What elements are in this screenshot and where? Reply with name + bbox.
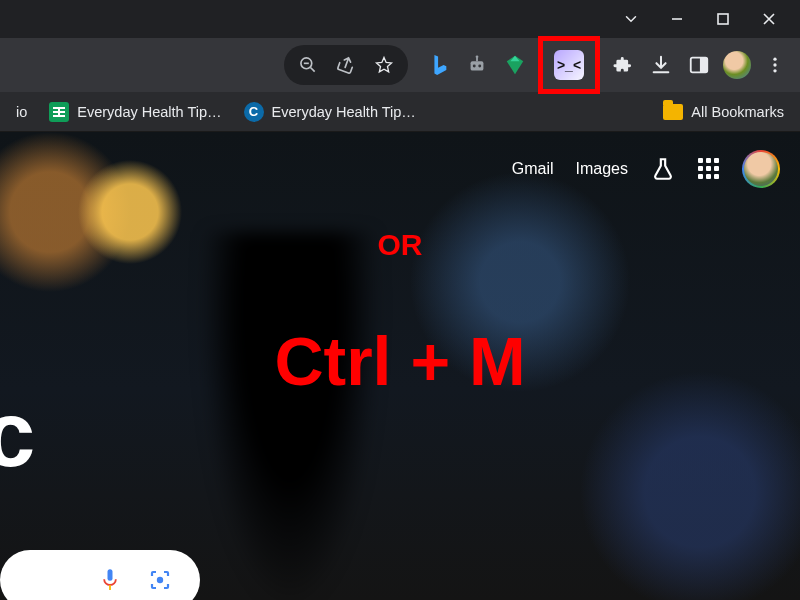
extensions-puzzle-icon[interactable] (606, 48, 640, 82)
folder-icon (663, 104, 683, 120)
search-box-partial[interactable] (0, 550, 200, 600)
svg-rect-5 (471, 61, 484, 70)
kebab-menu-button[interactable] (758, 48, 792, 82)
kebab-icon (765, 55, 785, 75)
bookmark-label: Everyday Health Tip… (77, 104, 221, 120)
c-circle-icon: C (244, 102, 264, 122)
svg-point-13 (773, 63, 776, 66)
svg-point-12 (773, 58, 776, 61)
minimize-button[interactable] (654, 0, 700, 38)
lens-icon[interactable] (148, 568, 172, 592)
svg-rect-11 (700, 58, 707, 73)
bookmark-item-health-2[interactable]: C Everyday Health Tip… (238, 98, 422, 126)
images-link[interactable]: Images (576, 160, 628, 178)
background-silhouette (200, 232, 380, 600)
bookmarks-bar: io Everyday Health Tip… C Everyday Healt… (0, 92, 800, 132)
mic-icon[interactable] (100, 567, 120, 593)
chevron-down-icon (622, 10, 640, 28)
window-titlebar (0, 0, 800, 38)
zoom-out-icon[interactable] (298, 55, 318, 75)
robot-extension-icon[interactable] (460, 48, 494, 82)
avatar-icon (723, 51, 751, 79)
svg-rect-1 (718, 14, 728, 24)
bookmark-label: All Bookmarks (691, 104, 784, 120)
google-header-links: Gmail Images (512, 150, 780, 188)
account-avatar-button[interactable] (742, 150, 780, 188)
sheets-icon (49, 102, 69, 122)
extension-face-glyph: >_< (557, 57, 581, 73)
svg-point-9 (476, 55, 479, 58)
maximize-button[interactable] (700, 0, 746, 38)
apps-grid-icon[interactable] (698, 158, 720, 180)
labs-flask-icon[interactable] (650, 156, 676, 182)
diamond-extension-icon[interactable] (498, 48, 532, 82)
svg-point-7 (478, 64, 481, 67)
gmail-link[interactable]: Gmail (512, 160, 554, 178)
minimize-icon (670, 12, 684, 26)
profile-avatar-button[interactable] (720, 48, 754, 82)
tab-collapse-button[interactable] (608, 0, 654, 38)
svg-point-6 (473, 64, 476, 67)
browser-toolbar: >_< (0, 38, 800, 92)
downloads-icon[interactable] (644, 48, 678, 82)
maximize-icon (716, 12, 730, 26)
bookmark-label: io (16, 104, 27, 120)
svg-line-3 (311, 68, 315, 72)
highlighted-extension-icon[interactable]: >_< (554, 50, 584, 80)
bookmark-star-icon[interactable] (374, 55, 394, 75)
svg-point-17 (157, 577, 163, 583)
svg-rect-15 (108, 569, 113, 581)
bookmark-label: Everyday Health Tip… (272, 104, 416, 120)
bookmark-item-partial[interactable]: io (10, 100, 33, 124)
share-icon[interactable] (336, 55, 356, 75)
svg-point-14 (773, 69, 776, 72)
bookmark-item-health-1[interactable]: Everyday Health Tip… (43, 98, 227, 126)
partial-logo-letter: c (0, 382, 35, 487)
annotation-shortcut: Ctrl + M (274, 322, 525, 400)
sidepanel-icon[interactable] (682, 48, 716, 82)
close-button[interactable] (746, 0, 792, 38)
omnibox-actions (284, 45, 408, 85)
page-content: Gmail Images OR Ctrl + M c (0, 132, 800, 600)
all-bookmarks-button[interactable]: All Bookmarks (657, 100, 790, 124)
annotation-or: OR (378, 228, 423, 262)
extension-highlight-box: >_< (538, 36, 600, 94)
close-icon (762, 12, 776, 26)
bing-extension-icon[interactable] (422, 48, 456, 82)
avatar-photo (744, 152, 778, 186)
